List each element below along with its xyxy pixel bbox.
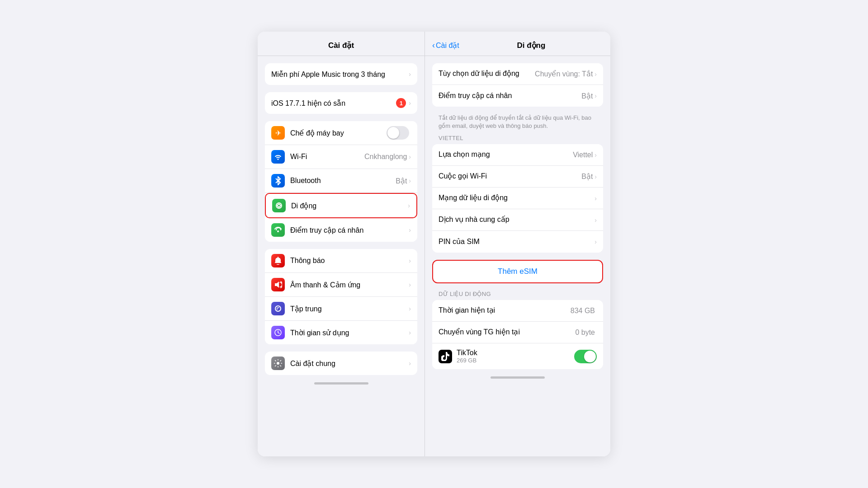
home-indicator-left [314, 382, 368, 385]
mobile-data-options-label: Tùy chọn dữ liệu di động [439, 69, 535, 79]
home-indicator-right [491, 376, 545, 379]
viettel-section-label: VIETTEL [439, 135, 597, 141]
wifi-chevron: › [409, 153, 411, 160]
item-ios-update[interactable]: iOS 17.7.1 hiện có sẵn 1 › [265, 92, 417, 114]
tiktok-size: 269 GB [457, 357, 574, 364]
card-general: Cài đặt chung › [265, 352, 417, 375]
esim-button[interactable]: Thêm eSIM [433, 261, 602, 282]
network-select-chevron: › [594, 151, 597, 159]
focus-chevron: › [409, 305, 411, 312]
group-apple-music: Miễn phí Apple Music trong 3 tháng › [258, 63, 425, 85]
item-screentime[interactable]: Thời gian sử dụng › [265, 321, 417, 344]
right-panel: ‹ Cài đặt Di động Tùy chọn dữ liệu di độ… [425, 32, 610, 456]
focus-label: Tập trung [290, 305, 409, 313]
item-personal-hotspot[interactable]: Điểm truy cập cá nhân Bật › [432, 85, 603, 107]
card-connectivity: ✈ Chế độ máy bay Wi-Fi [265, 121, 417, 242]
item-airplane[interactable]: ✈ Chế độ máy bay [265, 121, 417, 145]
data-section-label: DỮ LIỆU DI ĐỘNG [439, 291, 597, 297]
esim-card: Thêm eSIM [432, 260, 603, 283]
item-apple-music[interactable]: Miễn phí Apple Music trong 3 tháng › [265, 63, 417, 85]
left-header: Cài đặt [258, 32, 425, 56]
card-data-usage: Thời gian hiện tại 834 GB Chuyển vùng TG… [432, 300, 603, 369]
item-wifi[interactable]: Wi-Fi Cnkhanglong › [265, 145, 417, 169]
general-label: Cài đặt chung [290, 359, 409, 368]
network-select-value: Viettel [573, 151, 593, 159]
right-header: ‹ Cài đặt Di động [425, 32, 610, 56]
right-content: Tùy chọn dữ liệu di động Chuyển vùng: Tắ… [425, 56, 610, 456]
svg-point-4 [277, 362, 279, 365]
screentime-chevron: › [409, 329, 411, 336]
general-icon [271, 357, 285, 370]
item-roaming-period[interactable]: Chuyển vùng TG hiện tại 0 byte [432, 322, 603, 343]
item-sim-pin[interactable]: PIN của SIM › [432, 231, 603, 253]
ios-update-chevron: › [409, 99, 411, 107]
hotspot-icon [271, 223, 285, 237]
card-misc: Thông báo › Âm thanh & Cảm ứng [265, 249, 417, 344]
item-notification[interactable]: Thông báo › [265, 249, 417, 273]
item-sound[interactable]: Âm thanh & Cảm ứng › [265, 273, 417, 297]
roaming-period-value: 0 byte [575, 328, 595, 337]
card-ios-update: iOS 17.7.1 hiện có sẵn 1 › [265, 92, 417, 114]
sound-icon [271, 278, 285, 291]
notification-label: Thông báo [290, 257, 409, 265]
airplane-icon: ✈ [271, 126, 285, 140]
cellular-icon [272, 199, 286, 212]
item-wifi-call[interactable]: Cuộc gọi Wi-Fi Bật › [432, 166, 603, 188]
card-apple-music: Miễn phí Apple Music trong 3 tháng › [265, 63, 417, 85]
mobile-data-network-chevron: › [594, 195, 597, 202]
tiktok-toggle[interactable] [574, 350, 597, 363]
info-text: Tắt dữ liệu di động để truyền tắt cả dữ … [439, 114, 597, 130]
apple-music-chevron: › [409, 70, 411, 78]
left-title: Cài đặt [328, 41, 354, 50]
airplane-toggle[interactable] [387, 126, 409, 140]
sound-label: Âm thanh & Cảm ứng [290, 281, 409, 289]
wifi-icon [271, 150, 285, 164]
svg-point-2 [277, 230, 279, 232]
group-ios-update: iOS 17.7.1 hiện có sẵn 1 › [258, 92, 425, 114]
back-label: Cài đặt [436, 41, 459, 50]
ios-update-label: iOS 17.7.1 hiện có sẵn [271, 99, 396, 108]
item-mobile-data-options[interactable]: Tùy chọn dữ liệu di động Chuyển vùng: Tắ… [432, 63, 603, 85]
personal-hotspot-label: Điểm truy cập cá nhân [439, 91, 581, 101]
current-period-label: Thời gian hiện tại [439, 306, 571, 315]
sound-chevron: › [409, 281, 411, 288]
general-chevron: › [409, 360, 411, 367]
screentime-icon [271, 326, 285, 339]
item-provider-service[interactable]: Dịch vụ nhà cung cấp › [432, 209, 603, 231]
panels-wrapper: Cài đặt Miễn phí Apple Music trong 3 thá… [258, 32, 610, 456]
left-panel: Cài đặt Miễn phí Apple Music trong 3 thá… [258, 32, 425, 456]
item-tiktok[interactable]: TikTok 269 GB [432, 343, 603, 369]
mobile-data-options-value: Chuyển vùng: Tắt [535, 70, 593, 78]
item-cellular[interactable]: Di động › [265, 193, 417, 218]
item-network-select[interactable]: Lựa chọn mạng Viettel › [432, 144, 603, 166]
provider-service-chevron: › [594, 216, 597, 224]
group-connectivity: ✈ Chế độ máy bay Wi-Fi [258, 121, 425, 242]
item-general[interactable]: Cài đặt chung › [265, 352, 417, 375]
item-focus[interactable]: Tập trung › [265, 297, 417, 321]
card-top-options: Tùy chọn dữ liệu di động Chuyển vùng: Tắ… [432, 63, 603, 107]
wifi-value: Cnkhanglong [364, 153, 407, 161]
personal-hotspot-chevron: › [594, 92, 597, 99]
screen: Cài đặt Miễn phí Apple Music trong 3 thá… [0, 0, 868, 488]
group-general: Cài đặt chung › [258, 352, 425, 375]
mobile-data-network-label: Mạng dữ liệu di động [439, 193, 594, 203]
svg-point-1 [278, 204, 280, 207]
mobile-data-options-chevron: › [594, 70, 597, 78]
right-title: Di động [517, 41, 545, 50]
sim-pin-chevron: › [594, 238, 597, 245]
back-button[interactable]: ‹ Cài đặt [432, 41, 459, 50]
item-mobile-data-network[interactable]: Mạng dữ liệu di động › [432, 188, 603, 209]
tiktok-info: TikTok 269 GB [457, 349, 574, 364]
cellular-label: Di động [291, 202, 408, 210]
wifi-label: Wi-Fi [290, 153, 364, 161]
cellular-chevron: › [408, 202, 410, 209]
hotspot-label: Điểm truy cập cá nhân [290, 226, 409, 235]
item-bluetooth[interactable]: Bluetooth Bật › [265, 169, 417, 193]
item-current-period[interactable]: Thời gian hiện tại 834 GB [432, 300, 603, 322]
item-hotspot[interactable]: Điểm truy cập cá nhân › [265, 218, 417, 242]
left-content: Miễn phí Apple Music trong 3 tháng › iOS… [258, 56, 425, 456]
focus-icon [271, 302, 285, 315]
screentime-label: Thời gian sử dụng [290, 328, 409, 337]
bluetooth-value: Bật [396, 177, 407, 185]
back-chevron-icon: ‹ [432, 41, 435, 50]
